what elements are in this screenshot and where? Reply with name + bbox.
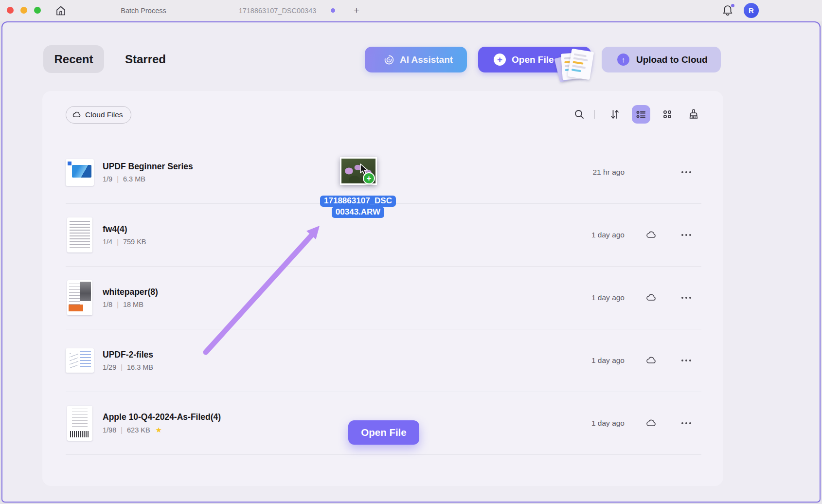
file-time: 1 day ago: [571, 356, 625, 365]
more-options-button[interactable]: [679, 292, 694, 304]
list-view-button[interactable]: [632, 105, 650, 124]
file-thumbnail: [66, 406, 94, 441]
home-button[interactable]: [54, 3, 68, 18]
ellipsis-icon: [680, 417, 692, 429]
cloud-synced-icon[interactable]: [645, 417, 658, 429]
upload-arrow-icon: ↑: [617, 54, 629, 66]
list-view-icon: [635, 108, 647, 120]
file-size: 623 KB: [127, 426, 150, 434]
ellipsis-icon: [680, 292, 692, 304]
file-thumbnail: [66, 159, 94, 186]
ellipsis-icon: [680, 355, 692, 366]
titlebar-tab-file[interactable]: 1718863107_DSC00343: [232, 0, 322, 21]
file-meta: 1/4 | 759 KB: [103, 238, 146, 246]
ellipsis-icon: [680, 166, 692, 178]
more-options-button[interactable]: [679, 166, 694, 178]
cloud-files-button[interactable]: Cloud Files: [66, 106, 131, 124]
star-icon[interactable]: ★: [156, 426, 162, 434]
tab-recent-label: Recent: [54, 53, 93, 66]
minimize-window-button[interactable]: [20, 7, 27, 14]
plus-circle-icon: +: [494, 54, 506, 66]
file-size: 18 MB: [123, 301, 143, 308]
ai-assistant-icon: [383, 54, 395, 66]
file-row-updf-2-files[interactable]: UPDF-2-files 1/29 | 16.3 MB 1 day ago: [66, 329, 701, 392]
page-count: 1/9: [103, 175, 112, 183]
notifications-button[interactable]: [721, 4, 735, 18]
plus-icon: +: [354, 4, 359, 16]
file-meta: 1/98 | 623 KB ★: [103, 426, 221, 434]
file-size: 6.3 MB: [123, 175, 145, 183]
open-file-button[interactable]: + Open File: [478, 47, 591, 72]
titlebar-tab-batch-label: Batch Process: [121, 7, 166, 15]
ai-assistant-button[interactable]: AI Assistant: [365, 47, 467, 72]
dragged-filename-line1: 1718863107_DSC: [320, 196, 396, 207]
add-badge-icon: +: [363, 172, 375, 184]
tab-starred-label: Starred: [125, 53, 166, 66]
cloud-synced-icon[interactable]: [645, 292, 658, 304]
sort-arrows-icon: [609, 108, 621, 120]
file-thumbnail: [66, 348, 94, 373]
file-list: UPDF Beginner Series 1/9 | 6.3 MB 21 hr …: [66, 141, 701, 455]
file-meta: 1/8 | 18 MB: [103, 301, 158, 308]
file-name: UPDF-2-files: [103, 350, 153, 360]
more-options-button[interactable]: [679, 417, 694, 429]
broom-icon: [687, 108, 700, 121]
titlebar: Batch Process 1718863107_DSC00343 + R: [0, 0, 822, 21]
file-meta: 1/9 | 6.3 MB: [103, 175, 193, 183]
file-thumbnail: [66, 280, 94, 315]
more-options-button[interactable]: [679, 355, 694, 366]
open-file-drop-target[interactable]: Open File: [348, 420, 419, 445]
avatar-initial: R: [749, 6, 754, 15]
sort-button[interactable]: [606, 105, 624, 124]
search-button[interactable]: [570, 105, 589, 124]
unsaved-changes-dot: [331, 8, 335, 13]
file-name: fw4(4): [103, 224, 146, 234]
close-window-button[interactable]: [7, 7, 14, 14]
open-file-label: Open File: [512, 54, 554, 65]
dragged-filename-line2: 00343.ARW: [332, 207, 384, 218]
app-window: Recent Starred AI Assistant + Open File: [1, 21, 821, 503]
ai-assistant-label: AI Assistant: [400, 54, 453, 65]
file-size: 759 KB: [123, 238, 146, 246]
cloud-synced-icon[interactable]: [645, 355, 658, 366]
cleanup-button[interactable]: [684, 105, 703, 124]
dragged-filename-label: 1718863107_DSC 00343.ARW: [314, 196, 402, 218]
cloud-synced-icon[interactable]: [645, 229, 658, 241]
file-row-whitepaper[interactable]: whitepaper(8) 1/8 | 18 MB 1 day ago: [66, 267, 701, 329]
ellipsis-icon: [680, 229, 692, 241]
file-row-updf-beginner-series[interactable]: UPDF Beginner Series 1/9 | 6.3 MB 21 hr …: [66, 141, 701, 204]
page-count: 1/98: [103, 426, 116, 434]
titlebar-tab-file-label: 1718863107_DSC00343: [239, 7, 317, 15]
new-tab-button[interactable]: +: [349, 3, 364, 18]
toolbar-divider: [594, 110, 595, 119]
file-time: 21 hr ago: [571, 168, 625, 177]
file-name: whitepaper(8): [103, 287, 158, 297]
titlebar-tab-batch-process[interactable]: Batch Process: [117, 0, 170, 21]
page-count: 1/8: [103, 301, 112, 308]
upload-to-cloud-label: Upload to Cloud: [636, 54, 708, 65]
notification-badge: [731, 4, 734, 7]
cloud-files-label: Cloud Files: [85, 110, 123, 119]
home-icon: [55, 5, 67, 17]
cloud-icon: [72, 110, 82, 120]
tab-recent[interactable]: Recent: [43, 45, 104, 73]
open-file-drop-label: Open File: [361, 427, 406, 438]
more-options-button[interactable]: [679, 229, 694, 241]
page-count: 1/29: [103, 363, 116, 371]
file-thumbnail: [66, 217, 94, 252]
file-time: 1 day ago: [571, 231, 625, 239]
file-size: 16.3 MB: [127, 363, 153, 371]
account-avatar[interactable]: R: [744, 3, 759, 18]
upload-to-cloud-button[interactable]: ↑ Upload to Cloud: [602, 47, 721, 72]
grid-view-icon: [661, 108, 673, 120]
file-name: Apple 10-Q4-2024-As-Filed(4): [103, 412, 221, 422]
search-icon: [573, 108, 585, 120]
page-count: 1/4: [103, 238, 112, 246]
file-time: 1 day ago: [571, 419, 625, 428]
file-meta: 1/29 | 16.3 MB: [103, 363, 153, 371]
file-time: 1 day ago: [571, 293, 625, 302]
file-name: UPDF Beginner Series: [103, 162, 193, 172]
tab-starred[interactable]: Starred: [116, 45, 175, 73]
grid-view-button[interactable]: [658, 105, 677, 124]
zoom-window-button[interactable]: [34, 7, 41, 14]
